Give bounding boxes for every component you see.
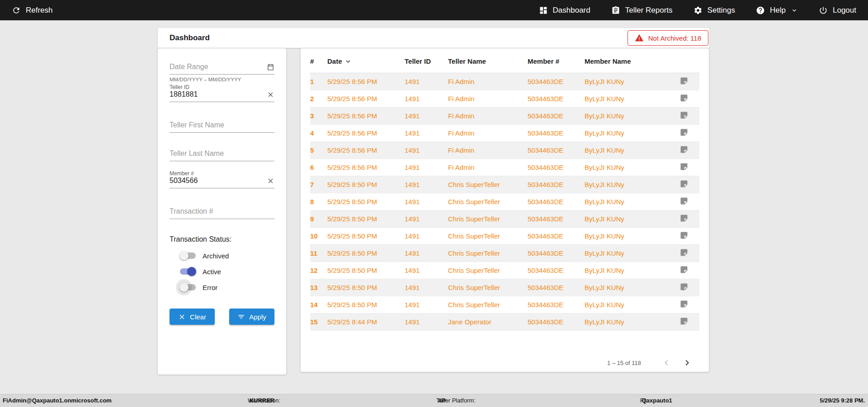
row-member-name: ByLyJI KUNy	[585, 210, 676, 227]
help-icon	[756, 6, 765, 15]
teller-id-input[interactable]	[170, 90, 267, 98]
row-teller-name: Fi Admin	[448, 159, 528, 176]
table-body: 1 5/29/25 8:56 PM 1491 Fi Admin 5034463D…	[310, 73, 699, 330]
row-member-number: 5034463DE	[528, 176, 585, 193]
row-date: 5/29/25 8:50 PM	[327, 227, 405, 244]
clear-teller-id-icon[interactable]	[267, 91, 274, 98]
row-date: 5/29/25 8:56 PM	[327, 73, 405, 90]
clear-x-icon	[178, 313, 186, 321]
row-teller-id: 1491	[405, 296, 448, 313]
col-member-number[interactable]: Member #	[528, 50, 585, 73]
note-icon[interactable]	[680, 266, 688, 274]
row-teller-id: 1491	[405, 107, 448, 124]
note-icon[interactable]	[680, 283, 688, 291]
transaction-number-field	[170, 207, 274, 219]
row-number: 5	[310, 141, 327, 159]
row-teller-id: 1491	[405, 193, 448, 210]
transaction-number-input[interactable]	[170, 207, 274, 215]
table-row[interactable]: 10 5/29/25 8:50 PM 1491 Chris SuperTelle…	[310, 227, 699, 244]
not-archived-label: Not Archived: 118	[648, 34, 701, 42]
table-row[interactable]: 11 5/29/25 8:50 PM 1491 Chris SuperTelle…	[310, 244, 699, 262]
table-row[interactable]: 9 5/29/25 8:50 PM 1491 Chris SuperTeller…	[310, 210, 699, 227]
row-number: 7	[310, 176, 327, 193]
table-row[interactable]: 15 5/29/25 8:44 PM 1491 Jane Operator 50…	[310, 313, 699, 330]
note-icon[interactable]	[680, 214, 688, 222]
table-row[interactable]: 3 5/29/25 8:56 PM 1491 Fi Admin 5034463D…	[310, 107, 699, 124]
row-date: 5/29/25 8:50 PM	[327, 176, 405, 193]
note-icon[interactable]	[680, 317, 688, 325]
row-teller-name: Chris SuperTeller	[448, 210, 528, 227]
clear-button-label: Clear	[190, 313, 206, 321]
note-icon[interactable]	[680, 128, 688, 136]
row-teller-name: Fi Admin	[448, 73, 528, 90]
date-range-input[interactable]	[170, 63, 267, 71]
teller-id-field: Teller ID	[170, 84, 274, 102]
row-member-number: 5034463DE	[528, 227, 585, 244]
settings-icon	[693, 6, 703, 15]
active-toggle-label: Active	[203, 268, 221, 276]
note-icon[interactable]	[680, 94, 688, 102]
refresh-label: Refresh	[26, 6, 53, 15]
not-archived-badge[interactable]: Not Archived: 118	[627, 30, 708, 46]
nav-teller-reports[interactable]: Teller Reports	[611, 6, 673, 15]
table-row[interactable]: 2 5/29/25 8:56 PM 1491 Fi Admin 5034463D…	[310, 90, 699, 107]
note-icon[interactable]	[680, 300, 688, 308]
note-icon[interactable]	[680, 197, 688, 205]
row-number: 1	[310, 73, 327, 90]
row-member-name: ByLyJI KUNy	[585, 141, 676, 159]
archived-toggle[interactable]	[179, 251, 196, 260]
row-teller-name: Fi Admin	[448, 124, 528, 141]
col-member-name[interactable]: Member Name	[585, 50, 676, 73]
table-row[interactable]: 14 5/29/25 8:50 PM 1491 Chris SuperTelle…	[310, 296, 699, 313]
col-date[interactable]: Date	[327, 50, 405, 73]
table-row[interactable]: 13 5/29/25 8:50 PM 1491 Chris SuperTelle…	[310, 279, 699, 296]
row-member-name: ByLyJI KUNy	[585, 262, 676, 279]
row-teller-id: 1491	[405, 176, 448, 193]
previous-page-button[interactable]	[661, 357, 672, 368]
nav-dashboard[interactable]: Dashboard	[539, 6, 590, 15]
row-teller-name: Fi Admin	[448, 107, 528, 124]
nav-help[interactable]: Help	[756, 6, 798, 15]
note-icon[interactable]	[680, 231, 688, 239]
calendar-icon[interactable]	[267, 63, 274, 71]
table-row[interactable]: 8 5/29/25 8:50 PM 1491 Chris SuperTeller…	[310, 193, 699, 210]
note-icon[interactable]	[680, 111, 688, 119]
row-teller-name: Chris SuperTeller	[448, 193, 528, 210]
table-row[interactable]: 6 5/29/25 8:56 PM 1491 Fi Admin 5034463D…	[310, 159, 699, 176]
member-number-input[interactable]	[170, 177, 267, 185]
col-number[interactable]: #	[310, 50, 327, 73]
note-icon[interactable]	[680, 145, 688, 154]
apply-button[interactable]: Apply	[229, 309, 274, 325]
chevron-right-icon	[682, 357, 693, 368]
nav-settings[interactable]: Settings	[693, 6, 735, 15]
table-row[interactable]: 5 5/29/25 8:56 PM 1491 Fi Admin 5034463D…	[310, 141, 699, 159]
row-member-number: 5034463DE	[528, 90, 585, 107]
note-icon[interactable]	[680, 180, 688, 188]
row-teller-id: 1491	[405, 262, 448, 279]
clear-button[interactable]: Clear	[170, 309, 215, 325]
table-row[interactable]: 12 5/29/25 8:50 PM 1491 Chris SuperTelle…	[310, 262, 699, 279]
error-toggle[interactable]	[179, 283, 196, 292]
row-date: 5/29/25 8:44 PM	[327, 313, 405, 330]
table-row[interactable]: 1 5/29/25 8:56 PM 1491 Fi Admin 5034463D…	[310, 73, 699, 90]
col-teller-id[interactable]: Teller ID	[405, 50, 448, 73]
next-page-button[interactable]	[682, 357, 693, 368]
teller-first-name-input[interactable]	[170, 121, 274, 129]
table-row[interactable]: 4 5/29/25 8:56 PM 1491 Fi Admin 5034463D…	[310, 124, 699, 141]
row-number: 2	[310, 90, 327, 107]
note-icon[interactable]	[680, 248, 688, 257]
row-member-number: 5034463DE	[528, 73, 585, 90]
refresh-button[interactable]: Refresh	[12, 6, 53, 15]
teller-last-name-field	[170, 150, 274, 161]
note-icon[interactable]	[680, 163, 688, 171]
row-teller-name: Fi Admin	[448, 141, 528, 159]
teller-first-name-field	[170, 121, 274, 133]
table-row[interactable]: 7 5/29/25 8:50 PM 1491 Chris SuperTeller…	[310, 176, 699, 193]
active-toggle[interactable]	[179, 267, 196, 276]
nav-logout[interactable]: Logout	[819, 6, 856, 15]
clear-member-number-icon[interactable]	[267, 177, 274, 185]
note-icon[interactable]	[680, 77, 688, 85]
member-number-field: Member #	[170, 170, 274, 188]
col-teller-name[interactable]: Teller Name	[448, 50, 528, 73]
teller-last-name-input[interactable]	[170, 150, 274, 158]
